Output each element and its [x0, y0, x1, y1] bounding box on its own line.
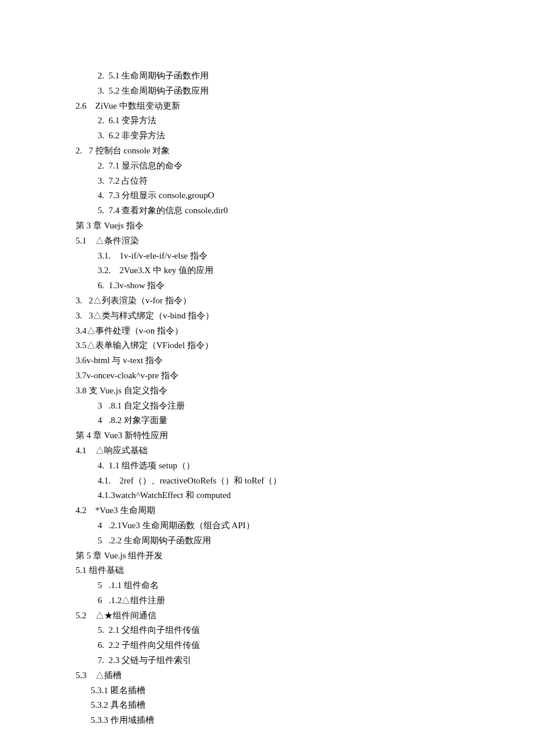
- outline-line: 6. 2.2 子组件向父组件传值: [76, 638, 535, 653]
- outline-line: 3. 6.2 非变异方法: [76, 128, 535, 144]
- outline-line: 2.6 ZiVue 中数组变动更新: [76, 99, 535, 114]
- outline-line: 3.2. 2Vue3.X 中 key 值的应用: [76, 263, 535, 278]
- outline-line: 4. 1.1 组件选项 setup（）: [76, 458, 535, 474]
- outline-line: 4 .2.1Vue3 生命周期函数（组合式 API）: [76, 518, 535, 533]
- outline-line: 3.6v-html 与 v-text 指令: [76, 353, 535, 368]
- outline-line: 4.2 *Vue3 生命周期: [76, 503, 535, 518]
- outline-line: 2. 7.1 显示信息的命令: [76, 159, 535, 174]
- outline-line: 5.1 组件基础: [76, 563, 535, 578]
- outline-line: 3.8 支 Vue.js 自定义指令: [76, 384, 535, 399]
- outline-line: 7. 2.3 父链与子组件索引: [76, 653, 535, 668]
- outline-line: 6 .1.2△组件注册: [76, 593, 535, 608]
- outline-line: 5 .1.1 组件命名: [76, 578, 535, 593]
- outline-line: 第 5 章 Vue.js 组件开发: [76, 549, 535, 564]
- outline-line: 5. 2.1 父组件向子组件传值: [76, 623, 535, 638]
- outline-line: 5.3.2 具名插槽: [76, 698, 535, 713]
- outline-line: 2. 7 控制台 console 对象: [76, 144, 535, 159]
- outline-line: 4 .8.2 对象字面量: [76, 413, 535, 428]
- outline-line: 3 .8.1 自定义指令注册: [76, 399, 535, 414]
- outline-line: 4.1. 2ref（）、reactiveOtoRefs（）和 toRef（）: [76, 474, 535, 489]
- outline-line: 3. 5.2 生命周期钩子函数应用: [76, 84, 535, 99]
- outline-line: 第 4 章 Vue3 新特性应用: [76, 428, 535, 443]
- outline-line: 6. 1.3v-show 指令: [76, 278, 535, 293]
- outline-line: 3.7v-oncev-cloak^v-pre 指令: [76, 368, 535, 384]
- outline-line: 第 3 章 Vuejs 指令: [76, 218, 535, 234]
- document-outline: 2. 5.1 生命周期钩子函数作用3. 5.2 生命周期钩子函数应用2.6 Zi…: [76, 69, 535, 728]
- outline-line: 3. 7.2 占位符: [76, 174, 535, 189]
- outline-line: 2. 6.1 变异方法: [76, 113, 535, 128]
- outline-line: 3. 3△类与样式绑定（v-bind 指令）: [76, 309, 535, 324]
- outline-line: 3.4△事件处理（v-on 指令）: [76, 324, 535, 339]
- outline-line: 4.1 △响应式基础: [76, 443, 535, 458]
- outline-line: 5.3.3 作用域插槽: [76, 713, 535, 728]
- outline-line: 5.1 △条件渲染: [76, 234, 535, 249]
- outline-line: 2. 5.1 生命周期钩子函数作用: [76, 69, 535, 84]
- outline-line: 5.2 △★组件间通信: [76, 608, 535, 624]
- outline-line: 5. 7.4 查看对象的信息 console,dir0: [76, 203, 535, 218]
- outline-line: 4. 7.3 分组显示 console,groupO: [76, 188, 535, 203]
- outline-line: 5.3 △插槽: [76, 668, 535, 683]
- outline-line: 3. 2△列表渲染（v-for 指令）: [76, 293, 535, 309]
- outline-line: 5 .2.2 生命周期钩子函数应用: [76, 533, 535, 549]
- outline-line: 3.5△表单输入绑定（VFiodel 指令）: [76, 338, 535, 353]
- outline-line: 3.1. 1v-if/v-ele-if/v-else 指令: [76, 249, 535, 264]
- outline-line: 4.1.3watch^WatchEffect 和 computed: [76, 488, 535, 503]
- outline-line: 5.3.1 匿名插槽: [76, 683, 535, 698]
